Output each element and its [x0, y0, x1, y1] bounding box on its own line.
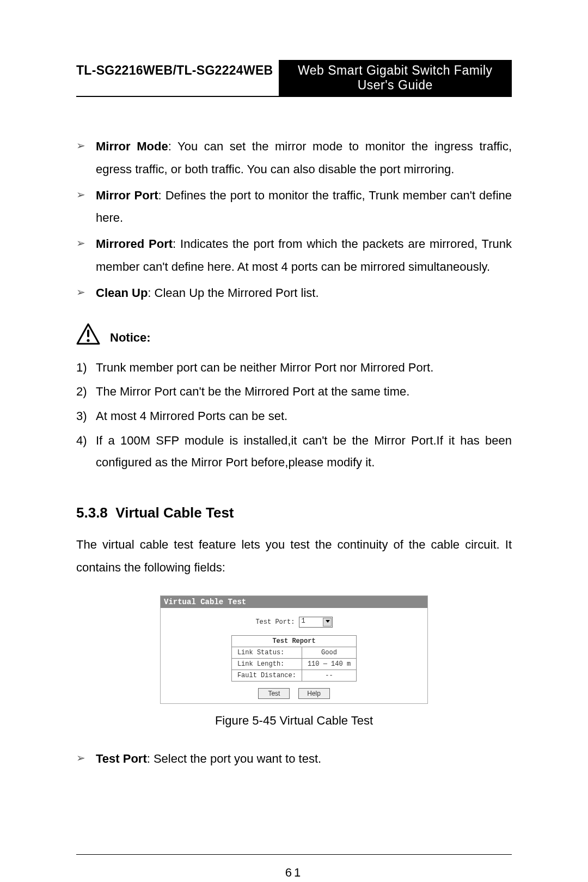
section-heading: 5.3.8 Virtual Cable Test: [76, 504, 512, 521]
def-item: Mirror Mode: You can set the mirror mode…: [96, 135, 512, 181]
test-port-select[interactable]: 1: [299, 617, 333, 628]
svg-point-2: [87, 339, 89, 342]
header-title: Web Smart Gigabit Switch Family User's G…: [279, 60, 512, 96]
notice-item: 4) If a 100M SFP module is installed,it …: [96, 430, 512, 474]
notice-list: 1)Trunk member port can be neither Mirro…: [76, 357, 512, 474]
def-term: Mirror Port: [96, 188, 158, 202]
notice-title: Notice:: [110, 331, 151, 345]
test-report-table: Test Report Link Status: Good Link Lengt…: [231, 635, 357, 682]
table-row: Fault Distance: --: [231, 670, 356, 681]
vct-button-row: Test Help: [164, 688, 424, 699]
figure-caption: Figure 5-45 Virtual Cable Test: [76, 714, 512, 728]
def-term: Mirror Mode: [96, 139, 168, 153]
row-label: Link Status:: [231, 647, 302, 658]
warning-icon: [76, 323, 100, 345]
row-value: --: [302, 670, 356, 681]
table-row: Link Length: 110 — 140 m: [231, 658, 356, 670]
section-intro: The virtual cable test feature lets you …: [76, 533, 512, 579]
row-value: 110 — 140 m: [302, 658, 356, 670]
page-content: TL-SG2216WEB/TL-SG2224WEB Web Smart Giga…: [76, 60, 512, 782]
notice-item: 1)Trunk member port can be neither Mirro…: [96, 357, 512, 379]
definition-list-2: Test Port: Select the port you want to t…: [76, 747, 512, 770]
report-header: Test Report: [231, 635, 356, 647]
notice-item: 3)At most 4 Mirrored Ports can be set.: [96, 405, 512, 428]
def-item: Mirror Port: Defines the port to monitor…: [96, 184, 512, 230]
row-label: Link Length:: [231, 658, 302, 670]
page-number: 61: [76, 854, 512, 880]
page-header: TL-SG2216WEB/TL-SG2224WEB Web Smart Giga…: [76, 60, 512, 97]
def-desc: : Select the port you want to test.: [147, 752, 321, 765]
def-item: Test Port: Select the port you want to t…: [96, 747, 512, 770]
def-term: Test Port: [96, 752, 147, 765]
test-port-value: 1: [302, 617, 305, 625]
row-value: Good: [302, 647, 356, 658]
test-button[interactable]: Test: [258, 688, 290, 699]
def-desc: : Defines the port to monitor the traffi…: [96, 188, 512, 225]
vct-panel: Virtual Cable Test Test Port: 1 Test Rep…: [160, 595, 428, 704]
def-term: Mirrored Port: [96, 237, 173, 251]
vct-panel-title: Virtual Cable Test: [161, 596, 427, 608]
table-row: Link Status: Good: [231, 647, 356, 658]
test-port-label: Test Port:: [255, 618, 295, 626]
vct-port-row: Test Port: 1: [164, 617, 424, 628]
def-desc: : Clean Up the Mirrored Port list.: [148, 286, 318, 300]
svg-rect-1: [87, 330, 89, 337]
definition-list: Mirror Mode: You can set the mirror mode…: [76, 135, 512, 305]
def-item: Mirrored Port: Indicates the port from w…: [96, 233, 512, 278]
row-label: Fault Distance:: [231, 670, 302, 681]
section-title: Virtual Cable Test: [115, 504, 234, 521]
def-item: Clean Up: Clean Up the Mirrored Port lis…: [96, 282, 512, 305]
section-number: 5.3.8: [76, 504, 108, 521]
help-button[interactable]: Help: [298, 688, 330, 699]
header-model: TL-SG2216WEB/TL-SG2224WEB: [76, 60, 279, 96]
chevron-down-icon: [326, 620, 330, 623]
notice-block: Notice: 1)Trunk member port can be neith…: [76, 323, 512, 474]
def-term: Clean Up: [96, 286, 148, 300]
notice-item: 2)The Mirror Port can't be the Mirrored …: [96, 381, 512, 403]
